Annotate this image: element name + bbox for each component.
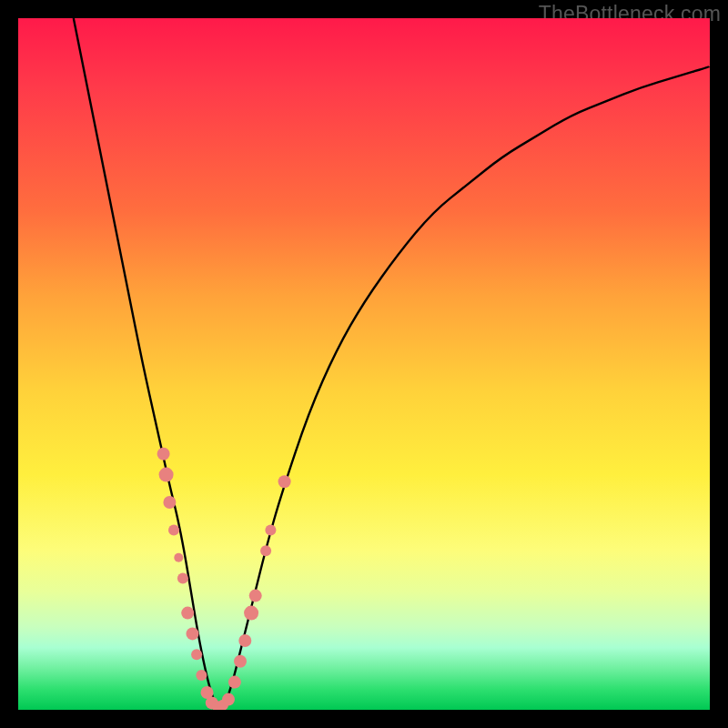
data-marker [217, 700, 228, 710]
data-marker [238, 634, 251, 647]
data-marker [249, 590, 262, 602]
data-marker [212, 701, 223, 710]
data-marker [278, 475, 291, 488]
bottleneck-curve [74, 18, 710, 707]
data-marker [163, 496, 176, 509]
data-marker [234, 655, 247, 668]
data-marker [177, 573, 188, 584]
outer-frame: TheBottleneck.com [0, 0, 728, 728]
marker-group [157, 448, 291, 710]
chart-svg [18, 18, 710, 710]
data-marker [174, 553, 183, 562]
data-marker [244, 606, 258, 621]
data-marker [201, 686, 214, 699]
data-marker [159, 468, 174, 482]
data-marker [222, 693, 235, 706]
data-marker [168, 524, 179, 535]
data-marker [157, 448, 170, 460]
data-marker [265, 524, 276, 535]
data-marker [181, 607, 194, 620]
data-marker [260, 545, 271, 556]
data-marker [228, 676, 241, 689]
data-marker [206, 696, 218, 709]
data-marker [191, 649, 202, 660]
data-marker [196, 670, 207, 681]
plot-area [18, 18, 710, 710]
data-marker [187, 627, 199, 640]
